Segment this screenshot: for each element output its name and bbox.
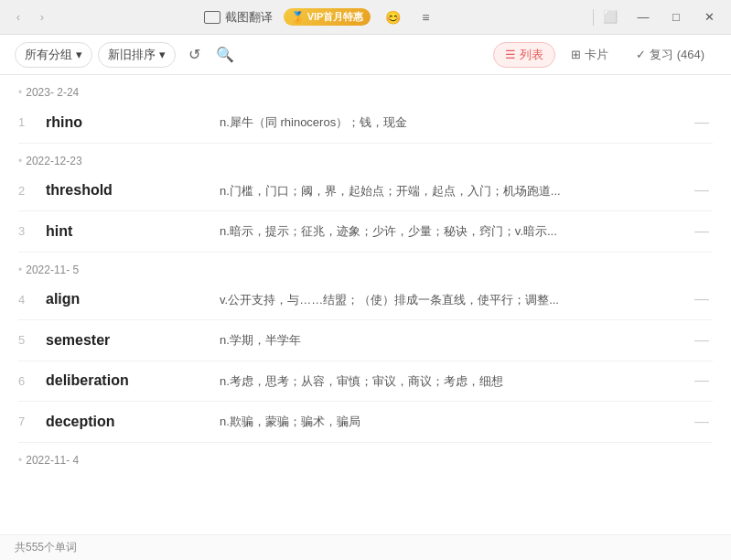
nav-back-button[interactable]: ‹	[9, 8, 27, 27]
review-label: 复习	[650, 47, 673, 63]
date-header: 2022-12-23	[18, 144, 713, 171]
nav-buttons: ‹ ›	[9, 8, 51, 27]
word-row[interactable]: 5semestern.学期，半学年—	[18, 320, 713, 361]
word-more-button[interactable]: —	[691, 223, 713, 240]
word-row[interactable]: 6deliberationn.考虑，思考；从容，审慎；审议，商议；考虑，细想—	[18, 361, 713, 403]
footer: 共555个单词	[0, 534, 731, 560]
word-more-button[interactable]: —	[691, 114, 713, 131]
word-row[interactable]: 7deceptionn.欺骗，蒙骗；骗术，骗局—	[18, 402, 713, 443]
chevron-down-icon2: ▾	[159, 48, 166, 61]
word-row[interactable]: 4alignv.公开支持，与……结盟；（使）排成一条直线，使平行；调整...—	[18, 280, 713, 321]
title-bar-center: 截图翻译 VIP首月特惠 😊 ≡	[51, 6, 589, 28]
word-chinese: n.门槛，门口；阈，界，起始点；开端，起点，入门；机场跑道...	[220, 182, 691, 200]
capture-translate[interactable]: 截图翻译	[204, 9, 273, 26]
word-more-button[interactable]: —	[691, 372, 713, 389]
word-english: deception	[46, 414, 220, 430]
word-more-button[interactable]: —	[691, 414, 713, 430]
chevron-down-icon: ▾	[76, 48, 82, 61]
vip-label: VIP首月特惠	[307, 10, 364, 24]
screen-button[interactable]: ⬜	[597, 5, 623, 30]
face-icon[interactable]: 😊	[382, 6, 403, 28]
word-english: threshold	[46, 182, 220, 199]
review-count: (464)	[677, 48, 704, 61]
sync-icon[interactable]: ↺	[181, 42, 207, 68]
list-view-label: 列表	[520, 47, 543, 63]
title-bar: ‹ › 截图翻译 VIP首月特惠 😊 ≡ ⬜ — □ ✕	[0, 0, 731, 35]
vip-badge[interactable]: VIP首月特惠	[284, 8, 371, 26]
word-chinese: n.欺骗，蒙骗；骗术，骗局	[220, 413, 691, 431]
window-controls: ⬜ — □ ✕	[597, 5, 722, 30]
word-list: 2023- 2-241rhinon.犀牛（同 rhinoceros）；钱，现金—…	[0, 75, 731, 534]
list-icon: ☰	[505, 48, 516, 61]
title-bar-left: ‹ ›	[9, 8, 51, 27]
word-number: 3	[18, 224, 46, 238]
date-header: 2022-11- 5	[18, 253, 713, 280]
word-chinese: n.犀牛（同 rhinoceros）；钱，现金	[220, 113, 691, 132]
divider	[593, 9, 594, 26]
word-number: 5	[18, 333, 46, 347]
nav-forward-button[interactable]: ›	[33, 8, 51, 27]
capture-label: 截图翻译	[225, 9, 273, 26]
capture-icon	[204, 11, 220, 24]
sort-dropdown[interactable]: 新旧排序 ▾	[98, 42, 176, 68]
date-header: 2023- 2-24	[18, 75, 713, 102]
word-row[interactable]: 2thresholdn.门槛，门口；阈，界，起始点；开端，起点，入门；机场跑道.…	[18, 171, 713, 212]
card-view-button[interactable]: ⊞ 卡片	[559, 42, 620, 68]
card-icon: ⊞	[571, 48, 581, 61]
word-number: 7	[18, 415, 46, 428]
word-number: 4	[18, 293, 46, 307]
word-english: align	[46, 291, 220, 307]
sort-label: 新旧排序	[108, 47, 156, 63]
word-chinese: v.公开支持，与……结盟；（使）排成一条直线，使平行；调整...	[220, 291, 691, 309]
word-english: hint	[46, 223, 220, 240]
word-english: semester	[46, 332, 220, 349]
word-row[interactable]: 1rhinon.犀牛（同 rhinoceros）；钱，现金—	[18, 102, 713, 144]
word-number: 6	[18, 374, 46, 388]
close-button[interactable]: ✕	[696, 5, 722, 30]
check-icon: ✓	[636, 48, 646, 61]
maximize-button[interactable]: □	[663, 5, 689, 30]
word-number: 2	[18, 184, 46, 198]
view-buttons: ☰ 列表 ⊞ 卡片 ✓ 复习 (464)	[493, 42, 716, 68]
all-groups-dropdown[interactable]: 所有分组 ▾	[15, 42, 92, 68]
word-row[interactable]: 3hintn.暗示，提示；征兆，迹象；少许，少量；秘诀，窍门；v.暗示...—	[18, 211, 713, 253]
all-groups-label: 所有分组	[25, 47, 72, 63]
word-more-button[interactable]: —	[691, 291, 713, 307]
word-chinese: n.学期，半学年	[220, 331, 691, 350]
search-icon[interactable]: 🔍	[212, 42, 238, 68]
toolbar: 所有分组 ▾ 新旧排序 ▾ ↺ 🔍 ☰ 列表 ⊞ 卡片 ✓ 复习 (464)	[0, 35, 731, 75]
word-english: deliberation	[46, 372, 220, 389]
minimize-button[interactable]: —	[630, 5, 656, 30]
list-view-button[interactable]: ☰ 列表	[493, 42, 555, 68]
date-header: 2022-11- 4	[18, 443, 713, 470]
word-number: 1	[18, 115, 46, 129]
word-more-button[interactable]: —	[691, 182, 713, 199]
total-count: 共555个单词	[15, 540, 77, 555]
card-view-label: 卡片	[585, 47, 608, 63]
menu-icon[interactable]: ≡	[414, 6, 436, 28]
review-button[interactable]: ✓ 复习 (464)	[624, 42, 716, 68]
word-chinese: n.暗示，提示；征兆，迹象；少许，少量；秘诀，窍门；v.暗示...	[220, 222, 691, 241]
word-english: rhino	[46, 114, 220, 131]
word-chinese: n.考虑，思考；从容，审慎；审议，商议；考虑，细想	[220, 372, 691, 391]
word-more-button[interactable]: —	[691, 332, 713, 349]
